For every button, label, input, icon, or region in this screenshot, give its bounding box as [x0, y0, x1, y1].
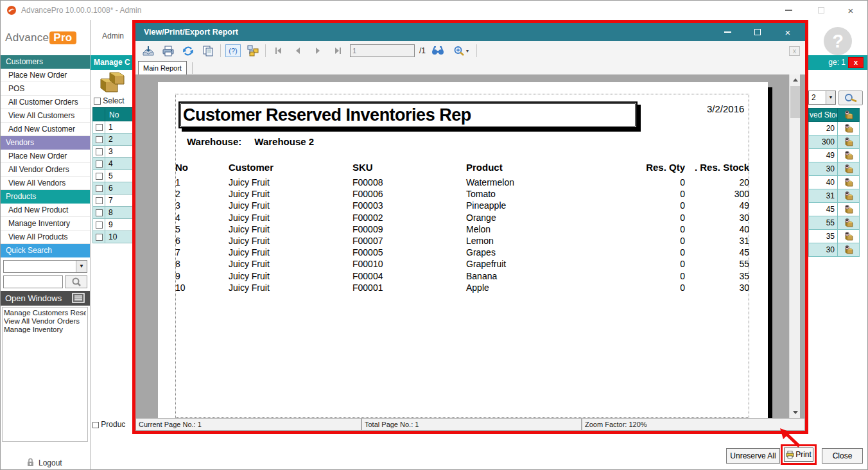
report-cell: 30 [685, 213, 749, 224]
next-page-button[interactable] [310, 43, 326, 58]
sidebar-item-add-new-customer[interactable]: Add New Customer [1, 123, 90, 136]
search-stock-button[interactable] [838, 91, 863, 105]
chevron-down-icon[interactable]: ▼ [826, 91, 835, 104]
reserve-action-button[interactable] [838, 203, 860, 216]
bg-table-row: 3 [92, 146, 132, 158]
print-report-button[interactable] [161, 43, 176, 58]
dialog-minimize-button[interactable] [715, 23, 740, 41]
reserved-stock-value: 40 [808, 176, 838, 189]
sidebar-item-place-new-order[interactable]: Place New Order [1, 69, 90, 82]
sidebar-item-pos[interactable]: POS [1, 82, 90, 96]
row-checkbox[interactable] [96, 161, 103, 168]
report-cell: F00006 [352, 189, 466, 200]
row-checkbox[interactable] [96, 234, 103, 241]
inventory-boxes-icon [98, 70, 126, 94]
reserved-box-icon [844, 191, 854, 201]
quick-search-button[interactable] [65, 275, 87, 288]
row-checkbox[interactable] [96, 148, 103, 155]
report-cell: Juicy Fruit [229, 247, 352, 259]
sidebar-item-view-all-customers[interactable]: View All Customers [1, 109, 90, 123]
warehouse-select[interactable]: 2 ▼ [808, 91, 836, 105]
dialog-maximize-button[interactable] [745, 23, 770, 41]
dialog-statusbar: Current Page No.: 1 Total Page No.: 1 Zo… [135, 418, 805, 431]
page-number-input[interactable] [350, 44, 415, 57]
reserve-action-button[interactable] [838, 216, 860, 230]
row-checkbox[interactable] [96, 209, 103, 216]
reserve-action-button[interactable] [838, 162, 860, 176]
vertical-scrollbar[interactable] [789, 74, 800, 418]
previous-page-button[interactable] [290, 43, 306, 58]
row-checkbox[interactable] [96, 124, 103, 131]
reserve-action-button[interactable] [838, 135, 860, 149]
help-button[interactable]: ? [824, 27, 852, 55]
reserve-action-button[interactable] [838, 149, 860, 162]
reserve-action-button[interactable] [838, 243, 860, 257]
close-view-button[interactable]: x [789, 46, 800, 56]
select-all-checkbox[interactable] [94, 98, 101, 105]
print-button[interactable]: Print [784, 448, 813, 462]
export-button[interactable] [141, 43, 156, 58]
reserve-action-button[interactable] [838, 230, 860, 243]
window-close-button[interactable]: × [837, 1, 865, 20]
reserve-action-button[interactable] [838, 189, 860, 203]
copy-button[interactable] [200, 43, 216, 58]
advancepro-logo: AdvancePro [5, 31, 76, 44]
report-cell: Juicy Fruit [229, 259, 352, 270]
sidebar-header-products: Products [1, 190, 90, 204]
reserve-action-button[interactable] [838, 176, 860, 189]
report-row: 1Juicy FruitF00008Watermelon020 [175, 177, 749, 189]
zoom-button[interactable]: ▾ [450, 43, 472, 58]
quick-search-input[interactable] [3, 275, 63, 288]
sidebar-item-place-new-order[interactable]: Place New Order [1, 150, 90, 163]
report-tab-strip: Main Report [135, 60, 805, 74]
logout-button[interactable]: Logout [26, 458, 62, 467]
reserved-stock-column-header: ved Stock [808, 108, 838, 122]
chevron-down-icon[interactable]: ▾ [466, 48, 469, 54]
row-checkbox[interactable] [96, 173, 103, 180]
print-button-label: Print [795, 450, 812, 459]
sidebar-item-manage-inventory[interactable]: Manage Inventory [1, 217, 90, 231]
sidebar-item-view-all-vendors[interactable]: View All Vendors [1, 177, 90, 190]
close-button[interactable]: Close [822, 448, 863, 464]
col-no: No [175, 162, 229, 173]
open-window-item-manage-inventory[interactable]: Manage Inventory [4, 326, 86, 334]
col-sku: SKU [352, 162, 466, 173]
report-cell: 0 [630, 200, 685, 212]
find-text-button[interactable] [430, 43, 446, 58]
row-checkbox[interactable] [96, 136, 103, 143]
sidebar-item-all-customer-orders[interactable]: All Customer Orders [1, 96, 90, 109]
unreserve-all-button[interactable]: Unreserve All [726, 448, 780, 464]
scroll-up-button[interactable] [790, 74, 801, 85]
window-list-icon[interactable] [72, 293, 85, 303]
window-minimize-button[interactable] [774, 1, 803, 20]
sidebar-item-all-vendor-orders[interactable]: All Vendor Orders [1, 163, 90, 177]
open-window-item-view-all-vendor-orders[interactable]: View All Vendor Orders [4, 317, 86, 326]
last-page-button[interactable] [330, 43, 345, 58]
refresh-button[interactable] [180, 43, 196, 58]
quick-search-category-select[interactable]: ▼ [3, 260, 87, 273]
row-checkbox[interactable] [96, 197, 103, 204]
report-cell: 300 [685, 189, 749, 200]
window-maximize-button[interactable] [807, 1, 835, 20]
products-checkbox[interactable] [92, 422, 99, 428]
sidebar-item-view-all-products[interactable]: View All Products [1, 231, 90, 244]
report-cell: Grapefruit [466, 259, 630, 270]
scroll-down-button[interactable] [790, 407, 801, 418]
tab-main-report[interactable]: Main Report [138, 61, 187, 74]
row-number: 8 [105, 207, 132, 219]
reserve-action-button[interactable] [838, 122, 860, 135]
first-page-button[interactable] [270, 43, 286, 58]
report-cell: Juicy Fruit [229, 200, 352, 212]
bg-table-row: 6 [92, 182, 132, 195]
report-cell: Juicy Fruit [229, 271, 352, 283]
chevron-down-icon[interactable]: ▼ [76, 261, 87, 272]
row-checkbox-cell [92, 207, 105, 219]
row-checkbox[interactable] [96, 222, 103, 229]
scrollbar-thumb[interactable] [790, 86, 800, 118]
dialog-close-button[interactable]: × [776, 23, 800, 41]
sidebar-item-add-new-product[interactable]: Add New Product [1, 204, 90, 217]
parameter-panel-toggle[interactable]: (?) [225, 44, 241, 57]
open-window-item-manage-customers-reserve[interactable]: Manage Customers Reserve [4, 309, 86, 317]
row-checkbox[interactable] [96, 185, 103, 192]
group-tree-toggle[interactable] [245, 43, 261, 58]
